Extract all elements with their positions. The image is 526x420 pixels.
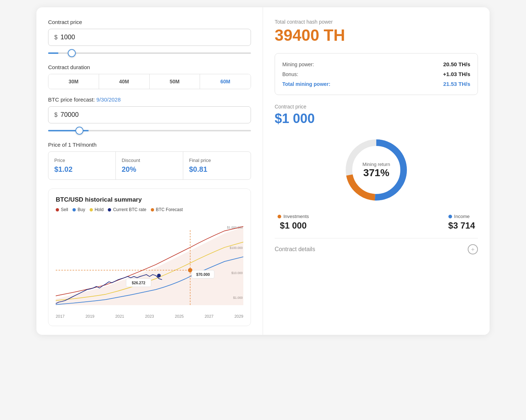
x-label-2021: 2021 xyxy=(115,314,124,318)
th-price-cell-0: Price $1.02 xyxy=(48,152,116,179)
return-label: Mining return xyxy=(362,162,390,167)
x-label-2025: 2025 xyxy=(175,314,184,318)
mining-power-row: Mining power: 20.50 TH/s xyxy=(282,59,470,69)
legend-current-btc-label: Current BTC rate xyxy=(113,207,146,212)
investments-row: Investments $1 000 Income $3 714 xyxy=(275,214,478,231)
chart-title: BTC/USD historical summary xyxy=(56,196,243,203)
current-btc-dot xyxy=(157,274,161,277)
hash-power-value: 39400 TH xyxy=(275,26,478,44)
hash-power-label: Total contract hash power xyxy=(275,19,478,25)
th-price-cell-label-1: Discount xyxy=(122,158,177,163)
legend-btc-forecast-label: BTC Forecast xyxy=(156,207,183,212)
th-price-cell-label-0: Price xyxy=(54,158,110,163)
th-price-section: Price of 1 TH/month Price $1.02 Discount… xyxy=(48,142,251,180)
contract-price-slider[interactable] xyxy=(48,52,251,54)
legend-hold-dot xyxy=(90,208,93,211)
forecast-label: BTC price forecast: 9/30/2028 xyxy=(48,96,251,103)
th-price-cell-value-0: $1.02 xyxy=(54,165,110,174)
legend-btc-forecast: BTC Forecast xyxy=(151,207,183,212)
legend-current-btc-dot xyxy=(108,208,111,211)
contract-price-slider-container[interactable] xyxy=(48,49,251,55)
duration-section: Contract duration 30M 40M 50M 60M xyxy=(48,64,251,89)
btc-currency: $ xyxy=(54,112,58,118)
total-mining-value: 21.53 TH/s xyxy=(443,81,470,87)
right-contract-price-label: Contract price xyxy=(275,104,478,110)
legend-sell-dot xyxy=(56,208,59,211)
income-label: Income xyxy=(454,214,470,219)
chart-bg-area xyxy=(56,227,243,305)
income-dot xyxy=(448,215,452,218)
contract-price-value: 1000 xyxy=(60,33,75,41)
investments-item: Investments $1 000 xyxy=(278,214,309,231)
th-price-cell-2: Final price $0.81 xyxy=(183,152,251,179)
legend-sell: Sell xyxy=(56,207,68,212)
donut-center: Mining return 371% xyxy=(362,162,390,179)
duration-60m[interactable]: 60M xyxy=(200,74,251,89)
legend-hold: Hold xyxy=(90,207,104,212)
th-price-cell-label-2: Final price xyxy=(189,158,245,163)
contract-details-row: Contract details ＋ xyxy=(275,238,478,254)
legend-buy: Buy xyxy=(72,207,85,212)
x-label-2029: 2029 xyxy=(235,314,243,318)
duration-40m[interactable]: 40M xyxy=(99,74,150,89)
bonus-row: Bonus: +1.03 TH/s xyxy=(282,69,470,79)
btc-value: 70000 xyxy=(60,111,79,119)
bonus-label: Bonus: xyxy=(282,71,298,77)
investments-legend: Investments xyxy=(278,214,309,219)
legend-buy-dot xyxy=(72,208,76,211)
x-axis-labels: 2017 2019 2021 2023 2025 2027 2029 xyxy=(56,312,243,318)
chart-svg: $1.000.000 $100.000 $10.000 $1.000 xyxy=(56,217,243,312)
contract-price-input-box: $ 1000 xyxy=(48,29,251,46)
income-item: Income $3 714 xyxy=(448,214,475,231)
donut-wrapper: Mining return 371% xyxy=(340,134,413,206)
return-value: 371% xyxy=(363,167,389,178)
main-container: Contract price $ 1000 Contract duration … xyxy=(36,7,490,335)
right-contract-price-section: Contract price $1 000 xyxy=(275,104,478,126)
tooltip-70000-text: $70.000 xyxy=(196,273,210,277)
duration-label: Contract duration xyxy=(48,64,251,70)
th-price-label: Price of 1 TH/month xyxy=(48,142,251,148)
investments-value: $1 000 xyxy=(278,221,309,231)
mining-power-label: Mining power: xyxy=(282,62,314,67)
income-value: $3 714 xyxy=(448,221,475,231)
btc-price-input-box: $ 70000 xyxy=(48,106,251,123)
th-price-cell-1: Discount 20% xyxy=(116,152,183,179)
left-panel: Contract price $ 1000 Contract duration … xyxy=(36,7,263,335)
hash-power-section: Total contract hash power 39400 TH xyxy=(275,19,478,44)
mining-details-box: Mining power: 20.50 TH/s Bonus: +1.03 TH… xyxy=(275,53,478,95)
tooltip-26272-text: $26.272 xyxy=(132,281,145,285)
donut-section: Mining return 371% xyxy=(275,134,478,206)
duration-buttons: 30M 40M 50M 60M xyxy=(48,74,251,89)
btc-slider-container[interactable] xyxy=(48,126,251,133)
duration-30m[interactable]: 30M xyxy=(48,74,99,89)
x-label-2019: 2019 xyxy=(86,314,94,318)
legend-buy-label: Buy xyxy=(78,207,85,212)
investments-dot xyxy=(278,215,281,218)
duration-50m[interactable]: 50M xyxy=(150,74,200,89)
th-price-grid: Price $1.02 Discount 20% Final price $0.… xyxy=(48,151,251,180)
chart-legend: Sell Buy Hold Current BTC rate BTC Forec… xyxy=(56,207,243,212)
mining-power-value: 20.50 TH/s xyxy=(443,61,470,67)
x-label-2023: 2023 xyxy=(145,314,154,318)
contract-details-expand-icon[interactable]: ＋ xyxy=(468,244,478,254)
investments-label: Investments xyxy=(283,214,309,219)
contract-price-label: Contract price xyxy=(48,19,251,25)
total-mining-label: Total mining power: xyxy=(282,81,330,87)
legend-sell-label: Sell xyxy=(61,207,68,212)
right-contract-price-value: $1 000 xyxy=(275,111,478,126)
th-price-cell-value-1: 20% xyxy=(122,165,177,174)
x-label-2017: 2017 xyxy=(56,314,64,318)
btc-price-slider[interactable] xyxy=(48,130,251,131)
forecast-date[interactable]: 9/30/2028 xyxy=(97,96,121,103)
th-price-cell-value-2: $0.81 xyxy=(189,165,245,174)
legend-hold-label: Hold xyxy=(95,207,104,212)
income-legend: Income xyxy=(448,214,475,219)
right-panel: Total contract hash power 39400 TH Minin… xyxy=(263,7,490,335)
legend-current-btc: Current BTC rate xyxy=(108,207,146,212)
chart-section: BTC/USD historical summary Sell Buy Hold… xyxy=(48,189,251,326)
bonus-value: +1.03 TH/s xyxy=(443,71,470,77)
contract-details-label: Contract details xyxy=(275,246,315,253)
total-mining-row: Total mining power: 21.53 TH/s xyxy=(282,79,470,89)
legend-btc-forecast-dot xyxy=(151,208,154,211)
x-label-2027: 2027 xyxy=(205,314,213,318)
